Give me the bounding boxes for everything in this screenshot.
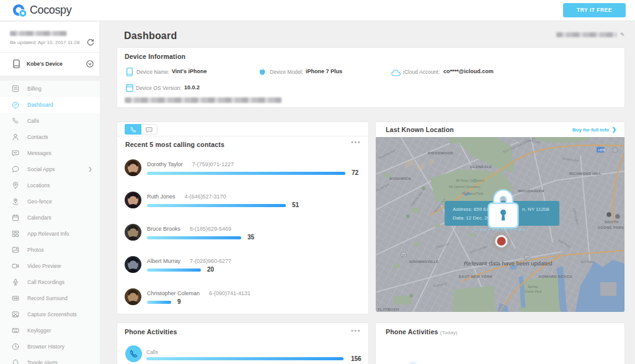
svg-text:Mt Hope Cemetery: Mt Hope Cemetery	[456, 179, 484, 182]
svg-text:WOODHAVEN: WOODHAVEN	[518, 189, 544, 193]
svg-text:Address: 659 Eu: Address: 659 Eu	[453, 206, 489, 212]
svg-text:n, NY 11208: n, NY 11208	[522, 206, 549, 212]
svg-text:GLENDALE: GLENDALE	[470, 165, 492, 169]
svg-text:RIDGEWOOD: RIDGEWOOD	[428, 151, 453, 155]
svg-text:EAST NEW YORK: EAST NEW YORK	[459, 275, 493, 278]
svg-text:I-678: I-678	[598, 149, 605, 152]
svg-text:BUSHWICK: BUSHWICK	[389, 177, 412, 180]
svg-text:Creek Park: Creek Park	[525, 290, 542, 293]
svg-text:Mt Carmel Cemetery: Mt Carmel Cemetery	[449, 185, 481, 189]
svg-text:BROWNSVILLE: BROWNSVILLE	[409, 260, 439, 264]
svg-text:Belt Pkwy: Belt Pkwy	[580, 260, 594, 264]
svg-text:OZONE PARK: OZONE PARK	[598, 226, 624, 229]
svg-text:Highland Park: Highland Park	[462, 192, 484, 195]
svg-text:27: 27	[402, 254, 406, 257]
svg-text:RICHMOND HILL: RICHMOND HILL	[569, 172, 602, 175]
svg-text:Relevant data have been update: Relevant data have been updated	[464, 260, 553, 267]
svg-text:HOWARD BEACH: HOWARD BEACH	[539, 275, 572, 278]
svg-text:FLATBUSH: FLATBUSH	[378, 308, 399, 311]
svg-text:SOUTH: SOUTH	[605, 220, 619, 224]
svg-text:Data: 12 Dec. 20: Data: 12 Dec. 20	[453, 215, 491, 221]
svg-text:Spring: Spring	[528, 285, 538, 288]
